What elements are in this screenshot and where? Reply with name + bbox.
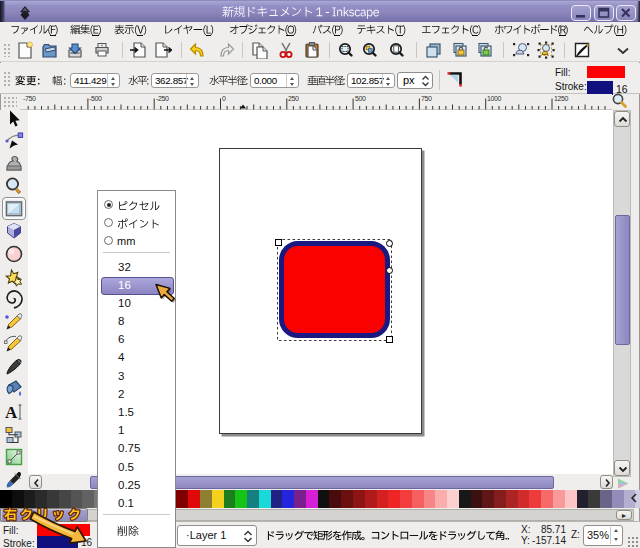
svg-text:A: A — [5, 403, 18, 422]
